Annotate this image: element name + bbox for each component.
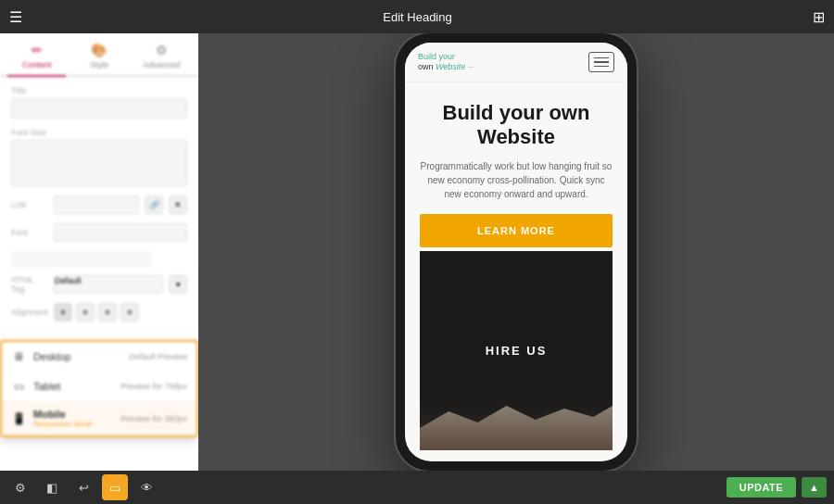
html-tag-select[interactable]: Default [54,275,163,294]
dropdown-mobile[interactable]: 📱 Mobile Responsive Mode Preview for 360… [2,401,196,435]
dropdown-desktop[interactable]: 🖥 Desktop Default Preview [2,342,196,372]
settings-btn[interactable]: ⚙ [7,474,33,500]
bottom-toolbar: ⚙ ◧ ↩ ▭ 👁 UPDATE ▲ [0,471,834,504]
settings-icon: ⚙ [15,481,26,495]
hire-us-text: HIRE US [486,344,548,358]
style-tab-icon: 🎨 [91,43,107,57]
btn-hire-us[interactable]: HIRE US [420,251,613,450]
mobile-sub: Preview for 360px [120,414,187,423]
link-input[interactable] [54,195,139,214]
brand-line1: Build your [418,52,455,61]
tab-content[interactable]: ✏ Content [7,39,66,75]
brand-dot: ··· [468,63,474,71]
eye-btn[interactable]: 👁 [133,474,159,500]
mountain-bg [420,395,613,450]
hamburger-icon[interactable]: ☰ [9,8,22,26]
tab-advanced-label: Advanced [143,60,180,69]
html-tag-field: HTML Tag Default ▾ [11,275,187,294]
canvas-area: Build your own Website ··· Build your ow… [198,33,834,471]
panel-tabs: ✏ Content 🎨 Style ⚙ Advanced [0,33,198,77]
tablet-label: Tablet [33,381,113,392]
main-area: ✏ Content 🎨 Style ⚙ Advanced Title Font … [0,33,834,471]
dropdown-tablet[interactable]: ▭ Tablet Preview for 768px [2,372,196,401]
hero-subtitle: Programmatically work but low hanging fr… [420,159,613,201]
alignment-field: Alignment ≡ ≡ ≡ ≡ [11,303,187,321]
link-clear-btn[interactable]: ✕ [169,195,187,214]
top-bar: ☰ Edit Heading ⊞ [0,0,834,33]
title-label: Title [11,86,187,95]
align-right-btn[interactable]: ≡ [98,303,117,321]
font-size-field: Font Size [11,128,187,186]
left-panel: ✏ Content 🎨 Style ⚙ Advanced Title Font … [0,33,198,471]
mobile-label: Mobile [33,409,113,420]
tab-content-label: Content [22,60,52,69]
font-field: Font [11,223,187,242]
align-center-btn[interactable]: ≡ [76,303,95,321]
tab-style[interactable]: 🎨 Style [70,39,128,75]
nav-hamburger[interactable] [588,52,614,72]
tablet-sub: Preview for 768px [120,382,187,391]
layers-icon: ◧ [46,481,57,495]
html-tag-label: HTML Tag [11,275,48,294]
font-size-input[interactable] [11,140,187,186]
hero-title: Build your own Website [420,101,613,150]
undo-icon: ↩ [79,481,89,495]
align-justify-btn[interactable]: ≡ [120,303,139,321]
mobile-device-icon: ▭ [109,481,120,495]
mobile-icon: 📱 [11,411,26,426]
title-input[interactable] [11,98,187,119]
mobile-device-btn[interactable]: ▭ [102,474,128,500]
font-label: Font [11,228,48,237]
brand-text: Build your own Website ··· [418,52,474,72]
font-input[interactable] [54,223,187,242]
tab-advanced[interactable]: ⚙ Advanced [133,39,191,75]
page-title: Edit Heading [32,10,803,24]
align-buttons: ≡ ≡ ≡ ≡ [54,303,139,321]
advanced-tab-icon: ⚙ [156,43,168,57]
brand-website: Website [436,62,465,71]
grid-icon[interactable]: ⊞ [813,8,825,26]
desktop-label: Desktop [33,351,121,362]
undo-btn[interactable]: ↩ [70,474,96,500]
title-field: Title [11,86,187,119]
eye-icon: 👁 [141,481,153,495]
hamburger-line-3 [594,66,609,68]
link-btn[interactable]: 🔗 [145,195,163,214]
hamburger-line-2 [594,61,609,63]
content-tab-icon: ✏ [32,43,43,57]
blurred-1 [11,251,152,268]
tablet-icon: ▭ [11,379,26,394]
btn-learn-more[interactable]: LEARN MORE [420,214,613,247]
html-tag-arrow[interactable]: ▾ [169,275,187,294]
font-size-label: Font Size [11,128,187,137]
alignment-label: Alignment [11,308,48,317]
mobile-badge: Responsive Mode [33,420,113,428]
phone-frame: Build your own Website ··· Build your ow… [396,33,637,471]
desktop-sub: Default Preview [129,352,187,361]
layers-btn[interactable]: ◧ [39,474,65,500]
align-left-btn[interactable]: ≡ [54,303,72,321]
hamburger-line-1 [594,57,609,59]
update-arrow-btn[interactable]: ▲ [802,477,827,498]
phone-hero: Build your own Website Programmatically … [405,82,627,461]
link-label: Link [11,200,48,209]
hero-title-line2: Website [477,125,555,148]
device-dropdown: 🖥 Desktop Default Preview ▭ Tablet Previ… [0,340,198,437]
hero-title-line1: Build your own [443,101,590,124]
tab-style-label: Style [90,60,108,69]
link-field: Link 🔗 ✕ [11,195,187,214]
update-btn[interactable]: UPDATE [727,477,796,498]
phone-screen: Build your own Website ··· Build your ow… [405,43,627,461]
desktop-icon: 🖥 [11,349,26,364]
phone-nav: Build your own Website ··· [405,43,627,82]
